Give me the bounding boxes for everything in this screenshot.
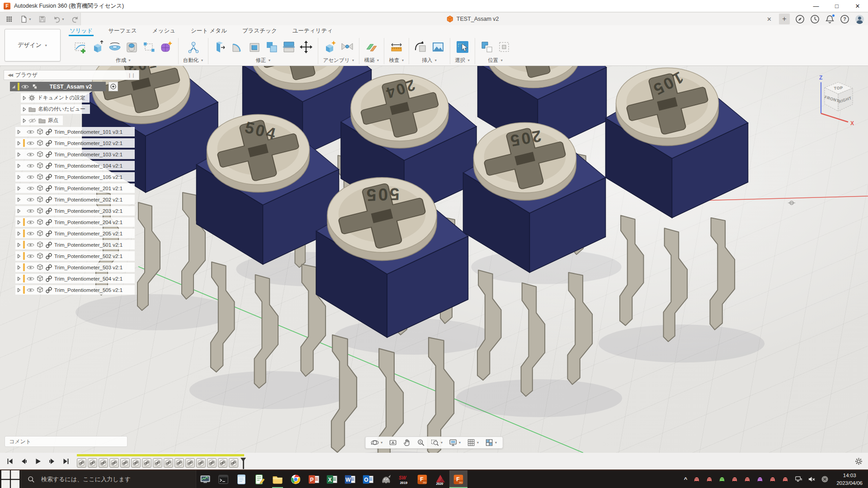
timeline-playhead[interactable] [241, 457, 246, 469]
expand-arrow-icon[interactable] [17, 164, 21, 168]
visibility-eye-icon[interactable] [27, 253, 34, 259]
taskbar-command-prompt[interactable] [214, 470, 232, 488]
visibility-eye-icon[interactable] [27, 163, 34, 169]
ribbon-tab-0[interactable]: ソリッド [69, 26, 94, 36]
taskbar-solidworks[interactable]: SW2019 [395, 470, 413, 488]
expand-arrow-icon[interactable] [11, 84, 16, 89]
help-icon[interactable]: ? [840, 14, 849, 24]
tray-app-icon[interactable] [769, 476, 776, 483]
measure-icon[interactable] [389, 40, 404, 54]
taskbar-fusion-360-active[interactable]: F360 [449, 470, 467, 488]
file-menu-icon[interactable]: ▼ [20, 15, 32, 23]
close-button[interactable]: ✕ [847, 0, 868, 12]
expand-arrow-icon[interactable] [17, 220, 21, 225]
group-dropdown[interactable]: 修正▼ [255, 57, 271, 64]
visibility-eye-icon[interactable] [27, 220, 34, 225]
capture-position-icon[interactable] [480, 40, 494, 54]
timeline-linked-component-marker[interactable] [77, 458, 86, 468]
expand-arrow-icon[interactable] [17, 186, 21, 191]
taskbar-gimp[interactable] [377, 470, 395, 488]
group-dropdown[interactable]: 構築▼ [364, 57, 379, 64]
timeline-linked-component-marker[interactable] [218, 458, 227, 468]
construction-plane-icon[interactable] [364, 40, 379, 54]
create-sketch-icon[interactable] [73, 40, 88, 54]
visibility-eye-icon[interactable] [27, 174, 34, 180]
press-pull-icon[interactable] [213, 40, 227, 54]
revert-position-icon[interactable] [497, 40, 511, 54]
group-dropdown[interactable]: アセンブリ▼ [323, 57, 355, 64]
maximize-button[interactable]: □ [826, 0, 847, 12]
expand-arrow-icon[interactable] [17, 254, 21, 258]
save-icon[interactable] [38, 15, 46, 23]
timeline-linked-component-marker[interactable] [88, 458, 97, 468]
tray-app-icon[interactable] [706, 476, 713, 483]
job-status-icon[interactable] [810, 14, 820, 24]
timeline-linked-component-marker[interactable] [99, 458, 108, 468]
activate-component-radio[interactable] [108, 82, 118, 91]
browser-named-views[interactable]: 名前の付いたビュー [21, 104, 90, 114]
fit-icon[interactable]: ▼ [429, 437, 446, 448]
browser-component-row[interactable]: Trim_Potentiometer_105 v2:1 [15, 172, 135, 182]
timeline-linked-component-marker[interactable] [196, 458, 206, 468]
browser-component-row[interactable]: Trim_Potentiometer_205 v2:1 [15, 229, 135, 238]
expand-arrow-icon[interactable] [17, 175, 21, 179]
insert-derive-icon[interactable] [414, 40, 428, 54]
expand-arrow-icon[interactable] [17, 197, 21, 202]
step-forward-button[interactable] [48, 458, 56, 465]
taskbar-word[interactable]: W [341, 470, 359, 488]
expand-arrow-icon[interactable] [17, 288, 21, 292]
expand-arrow-icon[interactable] [17, 243, 21, 247]
extensions-icon[interactable] [795, 14, 805, 24]
expand-arrow-icon[interactable] [17, 152, 21, 157]
undo-icon[interactable]: ▼ [53, 15, 65, 23]
visibility-off-eye-icon[interactable] [28, 118, 36, 123]
visibility-eye-icon[interactable] [27, 208, 34, 214]
orbit-icon[interactable]: ▼ [368, 437, 386, 448]
workspace-selector[interactable]: デザイン ▼ [5, 29, 61, 61]
collapse-panel-icon[interactable]: ◀◀ [8, 73, 12, 77]
taskbar-file-explorer[interactable] [269, 470, 287, 488]
fillet-icon[interactable] [230, 40, 245, 54]
ribbon-tab-2[interactable]: メッシュ [151, 26, 176, 36]
revolve-icon[interactable] [108, 40, 122, 54]
extrude-icon[interactable] [90, 40, 105, 54]
browser-component-row[interactable]: Trim_Potentiometer_203 v2:1 [15, 206, 135, 216]
taskbar-clock[interactable]: 14:03 2023/04/06 [835, 472, 863, 486]
taskbar-text-editor[interactable] [250, 470, 269, 488]
timeline-linked-component-marker[interactable] [142, 458, 151, 468]
taskbar-fusion-360[interactable]: F360 [413, 470, 431, 488]
new-tab-button[interactable]: + [779, 14, 790, 24]
origin-point-marker[interactable] [788, 201, 795, 205]
panel-handle-icon[interactable]: ❘❘ [127, 73, 135, 78]
timeline-linked-component-marker[interactable] [153, 458, 162, 468]
browser-root-component[interactable]: TEST_Assam v2 [10, 82, 106, 91]
timeline-linked-component-marker[interactable] [185, 458, 195, 468]
new-component-icon[interactable] [323, 40, 337, 54]
timeline-linked-component-marker[interactable] [120, 458, 130, 468]
timeline-linked-component-marker[interactable] [164, 458, 173, 468]
browser-component-row[interactable]: Trim_Potentiometer_201 v2:1 [15, 183, 135, 193]
expand-arrow-icon[interactable] [17, 231, 21, 236]
timeline-linked-component-marker[interactable] [131, 458, 141, 468]
tray-app-icon[interactable] [718, 476, 726, 483]
pattern-icon[interactable] [142, 40, 156, 54]
ribbon-tab-5[interactable]: ユーティリティ [292, 26, 334, 36]
browser-component-row[interactable]: Trim_Potentiometer_501 v2:1 [15, 240, 135, 249]
browser-component-row[interactable]: Trim_Potentiometer_103 v2:1 [15, 150, 135, 159]
taskbar-excel[interactable]: X [323, 470, 341, 488]
play-button[interactable] [34, 458, 42, 465]
create-form-icon[interactable] [159, 40, 174, 54]
browser-component-row[interactable]: Trim_Potentiometer_505 v2:1 [15, 285, 135, 295]
ribbon-tab-4[interactable]: プラスチック [241, 26, 278, 36]
select-icon[interactable] [455, 40, 470, 54]
group-dropdown[interactable]: 選択▼ [455, 57, 470, 64]
search-input[interactable] [40, 475, 176, 483]
visibility-eye-icon[interactable] [27, 197, 34, 202]
grid-display-icon[interactable]: ▼ [464, 437, 481, 448]
tray-app-icon[interactable] [693, 476, 700, 483]
display-settings-icon[interactable]: ▼ [447, 437, 464, 448]
browser-panel-header[interactable]: ◀◀ ブラウザ ❘❘ [4, 70, 139, 80]
automate-icon[interactable] [186, 40, 201, 54]
visibility-eye-icon[interactable] [27, 152, 34, 157]
network-icon[interactable] [795, 475, 802, 483]
